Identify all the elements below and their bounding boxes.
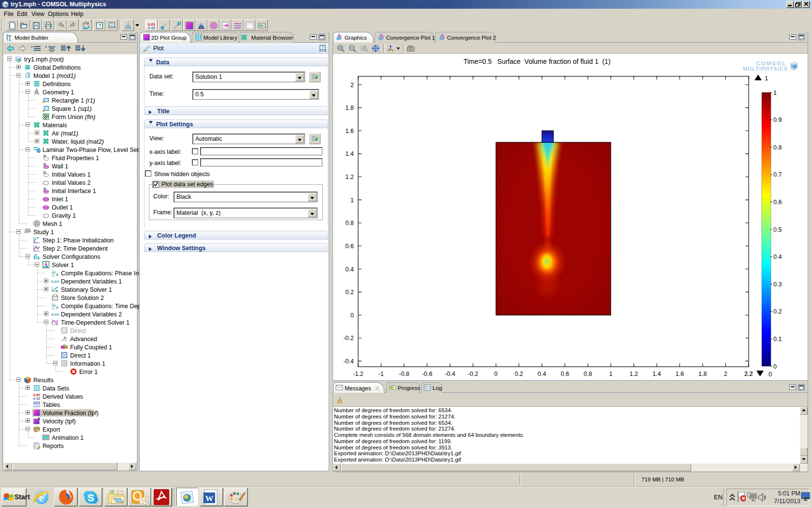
svg-text:0.7: 0.7 [773,171,782,178]
svg-text:0.2: 0.2 [515,371,523,377]
svg-text:2.2: 2.2 [744,371,753,377]
svg-text:0.8: 0.8 [773,144,782,151]
svg-text:∂t: ∂t [52,273,55,277]
svg-text:0.1: 0.1 [773,336,782,343]
svg-text:0.2: 0.2 [773,308,782,315]
svg-text:-0.6: -0.6 [422,371,433,377]
svg-text:u,v,w: u,v,w [51,312,59,316]
svg-text:0.4: 0.4 [773,254,782,260]
svg-text:-1: -1 [378,371,384,377]
svg-text:0.3: 0.3 [773,281,782,288]
svg-text:0.8: 0.8 [346,220,354,226]
svg-text:1.6: 1.6 [346,128,354,134]
svg-text:W: W [205,494,214,503]
svg-text:0: 0 [350,312,354,319]
svg-text:?: ? [321,45,324,50]
svg-text:0.6: 0.6 [561,371,569,377]
svg-text:-0.4: -0.4 [445,371,455,377]
svg-text:1: 1 [350,197,354,204]
svg-text:2: 2 [350,82,354,89]
svg-text:1.4: 1.4 [346,150,354,157]
svg-text:1.2: 1.2 [346,174,354,180]
svg-text:-0.2: -0.2 [468,371,478,377]
svg-text:1: 1 [609,371,612,377]
svg-text:0.6: 0.6 [346,243,354,250]
svg-text:0.6: 0.6 [773,199,782,206]
svg-text:u,v,w: u,v,w [51,279,59,284]
svg-text:MULTIPHYSICS: MULTIPHYSICS [743,66,788,72]
svg-text:S: S [87,493,94,503]
svg-text:0.2: 0.2 [346,289,354,296]
svg-text:1: 1 [773,90,777,96]
svg-text:1.4: 1.4 [652,371,661,377]
svg-text:0: 0 [768,371,772,378]
svg-text:-0.8: -0.8 [399,371,409,377]
svg-text:?: ? [98,23,102,29]
svg-text:1: 1 [765,75,768,82]
svg-text:0: 0 [494,371,498,377]
svg-text:2: 2 [724,371,727,377]
svg-text:e-12: e-12 [148,26,155,30]
svg-text:e-12: e-12 [33,397,40,400]
svg-text:0.8: 0.8 [584,371,592,377]
svg-text:0.4: 0.4 [346,266,354,273]
svg-text:-0.2: -0.2 [343,335,354,342]
svg-text:Time=0.5 Surface Volume fra: Time=0.5 Surface Volume fraction of flui… [464,58,610,65]
svg-text:1.8: 1.8 [346,105,354,111]
svg-text:1.2: 1.2 [630,371,638,377]
svg-text:0: 0 [773,363,777,370]
svg-text:-0.4: -0.4 [343,358,354,365]
svg-text:-1.2: -1.2 [353,371,363,377]
svg-text:1.6: 1.6 [676,371,684,377]
svg-text:∂t: ∂t [52,306,55,310]
svg-text:0.5: 0.5 [773,226,782,233]
svg-text:0.9: 0.9 [773,117,782,123]
svg-text:1.8: 1.8 [698,371,707,377]
svg-text:8.85: 8.85 [33,393,40,397]
svg-text:0.4: 0.4 [538,371,546,377]
